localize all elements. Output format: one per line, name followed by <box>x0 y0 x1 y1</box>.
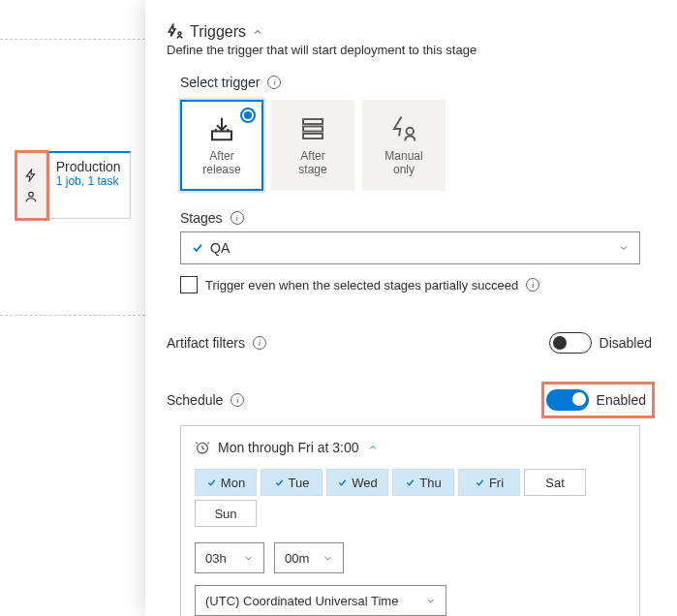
select-trigger-label: Select trigger <box>180 75 260 90</box>
chevron-down-icon <box>425 596 436 606</box>
trigger-option-manual-only[interactable]: Manual only <box>362 100 446 191</box>
artifact-filters-state: Disabled <box>600 335 652 351</box>
schedule-summary-text: Mon through Fri at 3:00 <box>218 440 359 455</box>
stage-name: Production <box>56 159 120 174</box>
day-chip-thu[interactable]: Thu <box>392 469 454 496</box>
chevron-up-icon[interactable] <box>252 26 263 38</box>
stages-select[interactable]: QA <box>180 231 640 264</box>
stages-selected-value: QA <box>210 240 230 256</box>
checkmark-icon <box>191 241 204 255</box>
svg-point-6 <box>407 128 415 136</box>
stages-label: Stages <box>180 210 223 226</box>
partial-succeed-label: Trigger even when the selected stages pa… <box>205 278 518 293</box>
chevron-up-icon[interactable] <box>367 442 379 453</box>
svg-rect-2 <box>212 132 231 140</box>
artifact-filters-label: Artifact filters <box>167 335 245 351</box>
info-icon[interactable]: i <box>231 211 244 225</box>
day-chip-wed[interactable]: Wed <box>326 469 388 496</box>
svg-point-1 <box>178 32 181 35</box>
stage-jobs-link[interactable]: 1 job, 1 task <box>56 174 120 188</box>
chevron-down-icon <box>323 553 333 564</box>
schedule-editor: Mon through Fri at 3:00 MonTueWedThuFriS… <box>180 425 640 616</box>
schedule-hour-select[interactable]: 03h <box>195 542 264 573</box>
schedule-minute-select[interactable]: 00m <box>274 542 344 573</box>
svg-rect-5 <box>303 134 323 139</box>
svg-point-0 <box>29 192 34 197</box>
schedule-toggle[interactable] <box>546 389 589 411</box>
stage-card-production[interactable]: Production 1 job, 1 task <box>16 151 131 219</box>
schedule-state: Enabled <box>597 392 646 408</box>
svg-rect-3 <box>303 119 323 124</box>
info-icon[interactable]: i <box>231 393 244 407</box>
lightning-icon <box>24 169 38 182</box>
day-chip-tue[interactable]: Tue <box>261 469 323 496</box>
info-icon[interactable]: i <box>526 278 539 292</box>
day-chip-sat[interactable]: Sat <box>524 469 586 496</box>
day-chip-mon[interactable]: Mon <box>195 469 257 496</box>
partial-succeed-checkbox[interactable] <box>180 276 198 293</box>
after-stage-icon <box>298 114 327 143</box>
chevron-down-icon <box>618 242 630 254</box>
checkmark-icon <box>475 477 485 488</box>
artifact-filters-toggle[interactable] <box>549 332 592 354</box>
info-icon[interactable]: i <box>267 76 281 89</box>
svg-rect-4 <box>303 127 323 132</box>
chevron-down-icon <box>243 553 254 564</box>
checkmark-icon <box>274 477 285 488</box>
panel-title: Triggers <box>190 23 246 41</box>
lightning-user-icon <box>167 23 184 41</box>
triggers-panel: Triggers Define the trigger that will st… <box>145 0 677 616</box>
radio-selected-icon <box>240 108 256 123</box>
manual-only-icon <box>389 114 418 143</box>
day-chip-sun[interactable]: Sun <box>195 500 257 527</box>
checkmark-icon <box>337 477 348 488</box>
info-icon[interactable]: i <box>253 336 266 350</box>
checkmark-icon <box>206 477 217 488</box>
stage-pre-conditions-button[interactable] <box>17 153 46 218</box>
schedule-timezone-select[interactable]: (UTC) Coordinated Universal Time <box>195 585 446 616</box>
panel-subtitle: Define the trigger that will start deplo… <box>167 43 656 57</box>
trigger-option-after-release[interactable]: After release <box>180 100 263 191</box>
schedule-label: Schedule <box>167 392 223 408</box>
after-release-icon <box>207 114 236 143</box>
user-icon <box>24 190 38 203</box>
clock-icon <box>195 440 210 455</box>
day-chip-fri[interactable]: Fri <box>458 469 520 496</box>
checkmark-icon <box>405 477 415 488</box>
trigger-option-after-stage[interactable]: After stage <box>271 100 354 191</box>
